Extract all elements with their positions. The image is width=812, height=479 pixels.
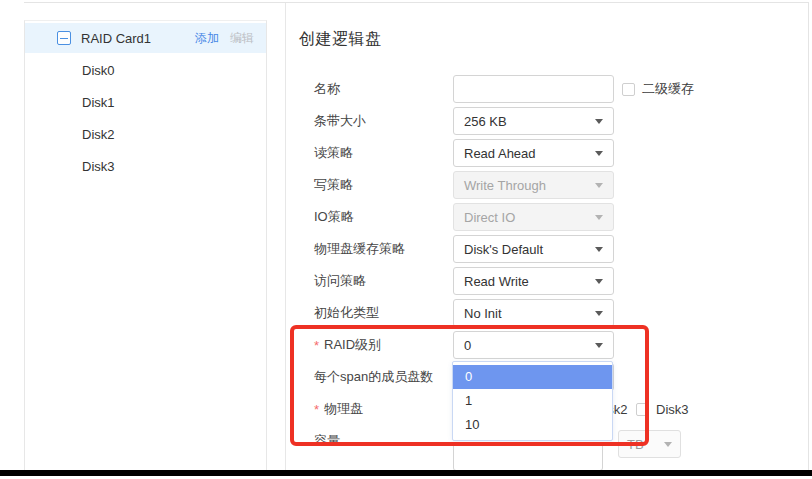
access-policy-label: 访问策略 (286, 272, 453, 290)
raid-level-label: * RAID级别 (286, 336, 453, 354)
chevron-down-icon (595, 343, 603, 348)
form-row-stripe-size: 条带大小 256 KB (286, 105, 808, 137)
io-policy-select: Direct IO (453, 203, 614, 231)
bottom-black-rule (0, 470, 812, 476)
add-link[interactable]: 添加 (195, 30, 219, 47)
secondary-cache-option[interactable]: 二级缓存 (622, 80, 694, 98)
required-asterisk: * (314, 338, 319, 353)
raid-level-select[interactable]: 0 (453, 331, 614, 359)
form-row-read-policy: 读策略 Read Ahead (286, 137, 808, 169)
sidebar-item-raid-card[interactable]: RAID Card1 添加 编辑 (25, 23, 266, 53)
capacity-unit-value: TB (627, 437, 644, 452)
name-label: 名称 (286, 80, 453, 98)
required-asterisk: * (314, 402, 319, 417)
raid-level-option-10[interactable]: 10 (453, 413, 612, 437)
read-policy-select[interactable]: Read Ahead (453, 139, 614, 167)
physical-disks-label: * 物理盘 (286, 400, 453, 418)
access-policy-value: Read Write (464, 274, 529, 289)
collapse-minus-icon[interactable] (57, 31, 71, 45)
chevron-down-icon (595, 183, 603, 188)
capacity-input[interactable] (453, 443, 603, 471)
io-policy-label: IO策略 (286, 208, 453, 226)
stripe-size-value: 256 KB (464, 114, 507, 129)
stripe-size-label: 条带大小 (286, 112, 453, 130)
raid-level-value: 0 (464, 338, 471, 353)
io-policy-value: Direct IO (464, 210, 515, 225)
disk-cache-policy-select[interactable]: Disk's Default (453, 235, 614, 263)
edit-link[interactable]: 编辑 (230, 30, 254, 47)
raid-level-option-1[interactable]: 1 (453, 389, 612, 413)
write-policy-value: Write Through (464, 178, 546, 193)
init-type-value: No Init (464, 306, 502, 321)
disk-cache-policy-label: 物理盘缓存策略 (286, 240, 453, 258)
init-type-select[interactable]: No Init (453, 299, 614, 327)
raid-level-dropdown-menu: 0 1 10 (452, 361, 613, 441)
form-row-io-policy: IO策略 Direct IO (286, 201, 808, 233)
read-policy-label: 读策略 (286, 144, 453, 162)
chevron-down-icon (595, 119, 603, 124)
sidebar-item-disk0[interactable]: Disk0 (25, 55, 266, 87)
capacity-unit-select[interactable]: TB (618, 430, 681, 458)
secondary-cache-label: 二级缓存 (642, 80, 694, 98)
disks-per-span-label: 每个span的成员盘数 (286, 368, 453, 386)
form-row-raid-level: * RAID级别 0 (286, 329, 808, 361)
frame-right-border (808, 2, 809, 470)
secondary-cache-checkbox[interactable] (622, 83, 635, 96)
disk-list: Disk0 Disk1 Disk2 Disk3 (25, 55, 266, 183)
raid-level-option-0[interactable]: 0 (453, 365, 612, 389)
form-row-disk-cache-policy: 物理盘缓存策略 Disk's Default (286, 233, 808, 265)
raid-config-page: RAID Card1 添加 编辑 Disk0 Disk1 Disk2 Disk3… (0, 0, 812, 479)
chevron-down-icon (595, 247, 603, 252)
chevron-down-icon (595, 215, 603, 220)
form-row-init-type: 初始化类型 No Init (286, 297, 808, 329)
access-policy-select[interactable]: Read Write (453, 267, 614, 295)
form-row-name: 名称 二级缓存 (286, 73, 808, 105)
sidebar-item-disk1[interactable]: Disk1 (25, 87, 266, 119)
chevron-down-icon (595, 151, 603, 156)
raid-tree-sidebar: RAID Card1 添加 编辑 Disk0 Disk1 Disk2 Disk3 (24, 20, 267, 470)
physical-disk-option-disk3[interactable]: Disk3 (636, 402, 697, 417)
raid-card-label: RAID Card1 (81, 31, 195, 46)
name-input[interactable] (453, 75, 614, 103)
write-policy-label: 写策略 (286, 176, 453, 194)
chevron-down-icon (664, 442, 672, 447)
capacity-label: 容量 (286, 432, 453, 450)
form-row-access-policy: 访问策略 Read Write (286, 265, 808, 297)
chevron-down-icon (595, 279, 603, 284)
init-type-label: 初始化类型 (286, 304, 453, 322)
form-row-write-policy: 写策略 Write Through (286, 169, 808, 201)
page-title: 创建逻辑盘 (299, 29, 382, 50)
disk-cache-policy-value: Disk's Default (464, 242, 543, 257)
sidebar-item-disk3[interactable]: Disk3 (25, 151, 266, 183)
write-policy-select: Write Through (453, 171, 614, 199)
read-policy-value: Read Ahead (464, 146, 536, 161)
sidebar-item-disk2[interactable]: Disk2 (25, 119, 266, 151)
disk3-checkbox[interactable] (636, 403, 649, 416)
stripe-size-select[interactable]: 256 KB (453, 107, 614, 135)
chevron-down-icon (595, 311, 603, 316)
